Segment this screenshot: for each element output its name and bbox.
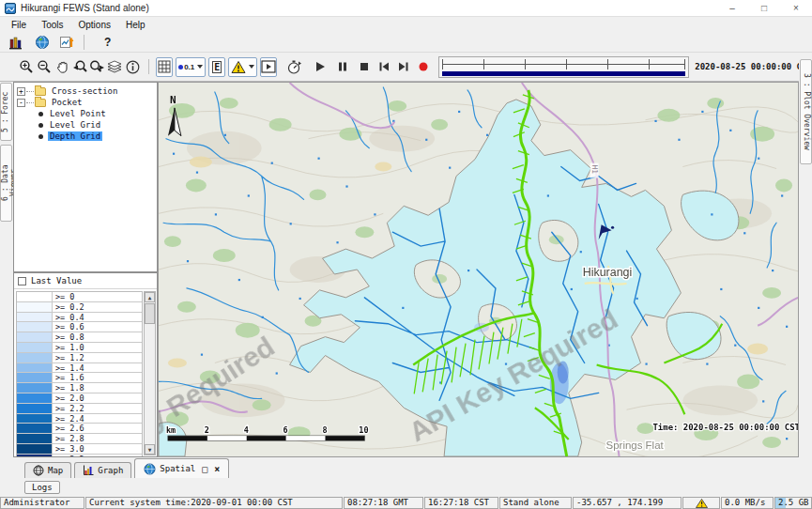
- legend-label: >= 2.0: [53, 393, 142, 403]
- play-button[interactable]: [312, 57, 329, 77]
- panel-tabs: Map Graph Spatial □ ×: [0, 457, 812, 478]
- tree-item-label: Level Grid: [48, 120, 102, 130]
- legend-swatch: [17, 444, 53, 454]
- maximize-button[interactable]: □: [748, 0, 780, 17]
- close-button[interactable]: ×: [780, 0, 812, 17]
- play-icon: [314, 60, 327, 73]
- legend-row: >= 2.0: [17, 393, 142, 404]
- tree-item-cross-section[interactable]: + Cross-section: [14, 85, 157, 97]
- legend-label: >= 2.2: [53, 404, 142, 413]
- status-bar: Administrator Current system time:2020-0…: [0, 497, 812, 509]
- legend-swatch: [17, 434, 53, 443]
- scroll-up-icon[interactable]: ▲: [145, 292, 155, 302]
- current-time-label: 2020-08-25 00:00:00 CST: [695, 62, 812, 71]
- map-globe-icon: [33, 465, 44, 476]
- legend-label: >= 2.8: [53, 434, 142, 443]
- scroll-thumb[interactable]: [145, 303, 155, 324]
- status-warning[interactable]: [682, 497, 720, 509]
- legend-row: >= 0: [17, 292, 142, 302]
- tab-spatial[interactable]: Spatial □ ×: [134, 458, 229, 478]
- tree-item-level-grid[interactable]: Level Grid: [38, 119, 157, 131]
- legend-panel: Last Value >= 0 >= 0.2 >= 0.4 >= 0.6 >= …: [13, 272, 158, 457]
- tab-plot-overview[interactable]: 3 : Plot Overview: [800, 59, 812, 164]
- zoom-out-icon: [37, 59, 53, 75]
- spatial-display-button[interactable]: [56, 33, 76, 53]
- scroll-down-icon[interactable]: ▼: [145, 444, 155, 455]
- legend-row: >= 3.0: [17, 444, 142, 455]
- grid-toggle-button[interactable]: [156, 57, 173, 77]
- menu-tools[interactable]: Tools: [34, 19, 70, 31]
- status-gmt-time: 08:27:18 GMT: [344, 497, 423, 509]
- pause-button[interactable]: [334, 57, 351, 77]
- status-user: Administrator: [0, 497, 84, 509]
- zoom-in-button[interactable]: [19, 57, 36, 77]
- bullet-icon: [38, 112, 43, 116]
- legend-swatch: [17, 424, 53, 433]
- info-button[interactable]: [125, 57, 142, 77]
- tree-item-depth-grid[interactable]: Depth Grid: [38, 131, 157, 142]
- legend-label: >= 0.2: [53, 302, 142, 312]
- legend-row: >= 0.2: [17, 302, 142, 313]
- left-tab-strip: 5 : Forec 6 : Data Viewer: [0, 82, 13, 457]
- tab-graph-label: Graph: [98, 466, 123, 475]
- time-slider-track[interactable]: [442, 59, 686, 69]
- tab-graph[interactable]: Graph: [74, 462, 131, 478]
- minimize-button[interactable]: –: [716, 0, 748, 17]
- expand-icon[interactable]: +: [17, 87, 25, 96]
- legend-swatch: [17, 292, 53, 301]
- legend-swatch: [17, 363, 53, 373]
- legend-label: >= 1.8: [53, 383, 142, 393]
- legend-row: >= 0.4: [17, 313, 142, 323]
- chevron-down-icon: [249, 65, 254, 69]
- tab-map[interactable]: Map: [24, 462, 71, 478]
- tab-restore-icon[interactable]: □: [202, 464, 207, 474]
- tab-close-icon[interactable]: ×: [214, 464, 220, 474]
- last-value-checkbox[interactable]: [18, 277, 26, 285]
- tree-item-pocket[interactable]: - Pocket: [14, 97, 157, 108]
- timer-button[interactable]: [285, 57, 302, 77]
- record-button[interactable]: [415, 57, 432, 77]
- tree-item-label: Pocket: [50, 98, 84, 107]
- help-button[interactable]: ?: [104, 36, 111, 49]
- logs-button[interactable]: Logs: [24, 481, 60, 494]
- title-bar: Hikurangi FEWS (Stand alone) – □ ×: [0, 0, 812, 17]
- menu-help[interactable]: Help: [118, 19, 153, 31]
- legend-label: >= 1.4: [53, 363, 142, 373]
- legend-row: >= 2.2: [17, 404, 142, 414]
- skip-start-button[interactable]: [375, 57, 392, 77]
- tree-item-level-point[interactable]: Level Point: [38, 108, 157, 119]
- tab-map-label: Map: [48, 466, 63, 475]
- time-slider[interactable]: [438, 56, 690, 78]
- menu-options[interactable]: Options: [70, 19, 117, 31]
- record-icon: [417, 60, 430, 73]
- movie-icon: [261, 60, 276, 73]
- pan-button[interactable]: [54, 57, 71, 77]
- labels-toggle-button[interactable]: E: [208, 57, 225, 77]
- tab-data-viewer[interactable]: 6 : Data Viewer: [0, 145, 12, 222]
- menu-file[interactable]: File: [4, 19, 34, 31]
- threshold-dropdown[interactable]: 0.1: [176, 57, 206, 77]
- explorer-button[interactable]: [6, 33, 25, 53]
- skip-end-button[interactable]: [395, 57, 412, 77]
- collapse-icon[interactable]: -: [17, 99, 25, 107]
- window-title: Hikurangi FEWS (Stand alone): [21, 3, 149, 13]
- globe-icon: [35, 35, 50, 50]
- layers-button[interactable]: [107, 57, 124, 77]
- svg-text:2: 2: [205, 425, 209, 435]
- map-canvas[interactable]: H1 API Key Required API Key Required Hik…: [158, 82, 799, 457]
- tab-forecast[interactable]: 5 : Forec: [0, 83, 12, 141]
- main-toolbar: ?: [0, 33, 812, 53]
- zoom-previous-button[interactable]: [71, 57, 88, 77]
- zoom-next-button[interactable]: [89, 57, 106, 77]
- toolbar-separator: [84, 35, 84, 50]
- layer-tree-panel: + Cross-section - Pocket Level Point Lev…: [13, 82, 158, 272]
- stop-button[interactable]: [356, 57, 373, 77]
- legend-scrollbar[interactable]: ▲ ▼: [144, 291, 156, 455]
- svg-text:4: 4: [244, 425, 249, 435]
- zoom-out-button[interactable]: [37, 57, 54, 77]
- legend-row: >= 1.2: [17, 353, 142, 363]
- warning-dropdown[interactable]: [228, 57, 257, 77]
- explorer-icon: [8, 35, 23, 50]
- globe-button[interactable]: [32, 33, 52, 53]
- movie-button[interactable]: [260, 57, 277, 77]
